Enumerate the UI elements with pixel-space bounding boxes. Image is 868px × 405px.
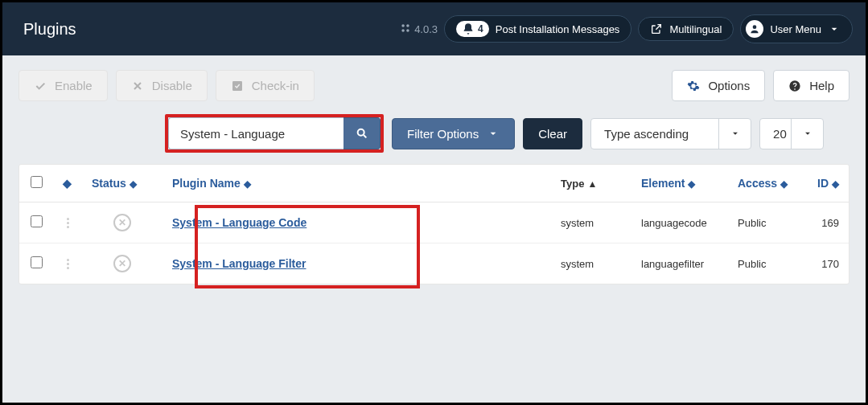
search-button[interactable] <box>343 117 381 149</box>
checkin-button[interactable]: Check-in <box>216 70 315 101</box>
drag-handle-icon[interactable] <box>63 259 72 269</box>
select-all-header <box>19 165 53 202</box>
element-cell: languagefilter <box>631 243 728 284</box>
row-checkbox[interactable] <box>31 256 43 268</box>
user-menu-pill[interactable]: User Menu <box>740 14 853 43</box>
page-title: Plugins <box>23 20 76 39</box>
sort-asc-icon: ▲ <box>587 178 597 190</box>
options-button[interactable]: Options <box>672 70 765 101</box>
chevron-down-icon <box>828 22 841 35</box>
svg-point-2 <box>401 29 405 32</box>
plugin-link[interactable]: System - Language Filter <box>172 257 306 270</box>
question-icon <box>788 80 801 92</box>
sort-select[interactable]: Type ascending <box>590 118 751 149</box>
status-disabled-icon[interactable]: ✕ <box>113 255 131 272</box>
disable-button[interactable]: Disable <box>116 70 208 101</box>
chevron-down-icon <box>487 127 500 140</box>
checkbox-icon <box>231 80 244 92</box>
table-row: ✕ System - Language Code system language… <box>19 202 849 243</box>
external-link-icon <box>650 22 663 35</box>
x-icon <box>131 80 144 92</box>
id-header[interactable]: ID◆ <box>800 165 849 202</box>
joomla-icon <box>400 22 411 36</box>
status-disabled-icon[interactable]: ✕ <box>113 214 131 231</box>
sort-icon: ◆ <box>832 178 839 190</box>
access-header[interactable]: Access◆ <box>728 165 800 202</box>
sort-icon: ◆ <box>688 178 695 190</box>
gear-icon <box>687 80 700 92</box>
sort-icon: ◆ <box>780 178 788 190</box>
chevron-down-icon <box>791 119 823 149</box>
type-cell: system <box>551 202 631 243</box>
search-input[interactable] <box>168 117 343 149</box>
sort-icon: ◆ <box>130 178 137 190</box>
status-header[interactable]: Status◆ <box>82 165 162 202</box>
svg-point-6 <box>357 129 364 136</box>
notifications-pill[interactable]: 4 Post Installation Messages <box>444 15 631 43</box>
select-all-checkbox[interactable] <box>31 176 43 188</box>
access-cell: Public <box>728 202 800 243</box>
row-checkbox[interactable] <box>31 215 43 227</box>
svg-point-4 <box>753 25 757 29</box>
id-cell: 169 <box>800 202 849 243</box>
id-cell: 170 <box>800 243 849 284</box>
element-cell: languagecode <box>631 202 728 243</box>
bell-badge: 4 <box>456 21 489 37</box>
svg-point-1 <box>406 24 409 27</box>
action-toolbar: Enable Disable Check-in Options <box>10 63 858 108</box>
enable-button[interactable]: Enable <box>19 70 108 101</box>
limit-select[interactable]: 20 <box>759 118 824 149</box>
svg-point-3 <box>406 29 409 32</box>
check-icon <box>34 80 47 92</box>
name-header[interactable]: Plugin Name◆ <box>162 165 551 202</box>
help-button[interactable]: Help <box>773 70 849 101</box>
clear-button[interactable]: Clear <box>523 118 582 149</box>
element-header[interactable]: Element◆ <box>631 165 728 202</box>
filter-row: Filter Options Clear Type ascending 20 <box>10 108 858 164</box>
type-cell: system <box>551 243 631 284</box>
ordering-header[interactable]: ◆ <box>53 165 82 202</box>
plugin-table: ◆ Status◆ Plugin Name◆ Type▲ Element◆ Ac… <box>19 164 849 284</box>
multilingual-pill[interactable]: Multilingual <box>638 17 734 41</box>
sort-icon: ◆ <box>244 178 251 190</box>
access-cell: Public <box>728 243 800 284</box>
table-row: ✕ System - Language Filter system langua… <box>19 243 849 284</box>
filter-options-button[interactable]: Filter Options <box>392 118 515 149</box>
drag-handle-icon[interactable] <box>63 218 72 228</box>
svg-point-0 <box>401 24 405 27</box>
user-icon <box>746 20 763 38</box>
type-header[interactable]: Type▲ <box>551 165 631 202</box>
top-bar: Plugins 4.0.3 4 Post Installation Messag… <box>2 2 866 55</box>
plugin-link[interactable]: System - Language Code <box>172 216 306 229</box>
sort-icon: ◆ <box>63 177 72 190</box>
search-wrap <box>165 114 384 153</box>
chevron-down-icon <box>718 119 751 149</box>
version-badge[interactable]: 4.0.3 <box>400 22 438 36</box>
search-icon <box>356 127 368 140</box>
svg-rect-5 <box>232 81 242 91</box>
